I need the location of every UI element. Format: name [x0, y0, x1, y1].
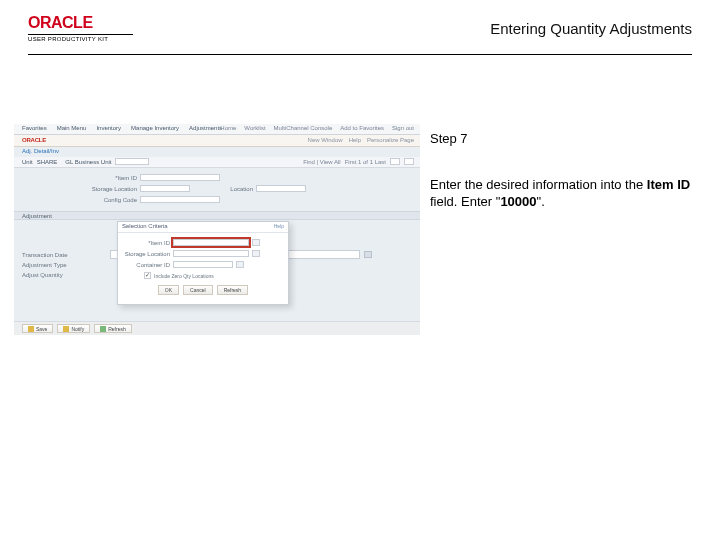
app-topbar: Favorites Main Menu Inventory Manage Inv… — [14, 124, 420, 135]
popup-body: *Item ID Storage Location Container ID I… — [118, 233, 288, 298]
header-divider — [28, 54, 692, 55]
link-mcc[interactable]: MultiChannel Console — [274, 125, 333, 131]
lbl-adj-qty: Adjust Quantity — [22, 272, 67, 278]
popup-container-input[interactable] — [173, 261, 233, 268]
popup-help-link[interactable]: Help — [274, 223, 284, 229]
lookup-icon[interactable] — [364, 251, 372, 258]
save-footer-button[interactable]: Save — [22, 324, 53, 333]
link-help[interactable]: Help — [349, 137, 361, 143]
lbl-storage: Storage Location — [84, 186, 140, 192]
popup-lbl-storage: Storage Location — [124, 251, 170, 257]
popup-storage-input[interactable] — [173, 250, 249, 257]
refresh-icon — [100, 326, 106, 332]
lbl-adj-type: Adjustment Type — [22, 262, 67, 268]
zero-qty-checkbox[interactable] — [144, 272, 151, 279]
tl-unit-val: SHARE — [37, 159, 58, 165]
save-icon — [28, 326, 34, 332]
instr-val: 10000 — [500, 194, 536, 209]
form-area: *Item ID Storage Location Location Confi… — [14, 168, 420, 209]
crumb[interactable]: Main Menu — [57, 125, 87, 131]
popup-container-lookup-icon[interactable] — [236, 261, 244, 268]
brand-logo: ORACLE USER PRODUCTIVITY KIT — [28, 14, 133, 42]
lbl-txn-date: Transaction Date — [22, 252, 67, 258]
popup-item-id-input[interactable] — [173, 239, 249, 246]
cancel-button[interactable]: Cancel — [183, 285, 213, 295]
app-footerbar: Save Notify Refresh — [14, 321, 420, 335]
tl-unit-label: Unit — [22, 159, 33, 165]
adjustment-labels: Transaction Date Adjustment Type Adjust … — [22, 252, 67, 278]
notify-icon — [63, 326, 69, 332]
popup-lbl-item: *Item ID — [124, 240, 170, 246]
logo-main: ORACLE — [28, 14, 133, 32]
breadcrumb-menu: Favorites Main Menu Inventory Manage Inv… — [22, 125, 222, 131]
refresh-footer-button[interactable]: Refresh — [94, 324, 132, 333]
brand-links: New Window Help Personalize Page — [308, 137, 414, 143]
lbl-location: Location — [208, 186, 256, 192]
selection-popup: Selection Criteria Help *Item ID Storage… — [117, 221, 289, 305]
nav-pos: First 1 of 1 Last — [345, 159, 386, 165]
crumb[interactable]: Adjustments — [189, 125, 222, 131]
top-links: Home Worklist MultiChannel Console Add t… — [220, 125, 414, 131]
instr-pre: Enter the desired information into the — [430, 177, 647, 192]
zero-qty-label: Include Zero Qty Locations — [154, 273, 214, 279]
location-input[interactable] — [256, 185, 306, 192]
step-label: Step 7 — [430, 130, 692, 148]
logo-sub: USER PRODUCTIVITY KIT — [28, 36, 133, 42]
save-footer-label: Save — [36, 325, 47, 333]
link-personalize[interactable]: Personalize Page — [367, 137, 414, 143]
ok-button[interactable]: OK — [158, 285, 179, 295]
refresh-footer-label: Refresh — [108, 325, 126, 333]
crumb[interactable]: Inventory — [96, 125, 121, 131]
instruction-pane: Step 7 Enter the desired information int… — [430, 130, 692, 211]
instruction-text: Enter the desired information into the I… — [430, 176, 692, 211]
app-brandbar: ORACLE New Window Help Personalize Page — [14, 135, 420, 147]
crumb[interactable]: Manage Inventory — [131, 125, 179, 131]
notify-footer-label: Notify — [71, 325, 84, 333]
popup-title: Selection Criteria — [122, 223, 168, 229]
toolbar-left: Unit SHARE GL Business Unit — [22, 158, 149, 165]
logo-rule — [28, 34, 133, 35]
page-title: Entering Quantity Adjustments — [490, 20, 692, 37]
section-adjustment: Adjustment — [14, 211, 420, 220]
popup-lbl-container: Container ID — [124, 262, 170, 268]
doc-header: ORACLE USER PRODUCTIVITY KIT Entering Qu… — [0, 12, 720, 56]
add-row-button[interactable] — [390, 158, 400, 165]
instr-mid: field. Enter " — [430, 194, 500, 209]
page-breadcrumb: Adj. Detail/Inv — [14, 147, 420, 157]
crumb[interactable]: Favorites — [22, 125, 47, 131]
link-newwindow[interactable]: New Window — [308, 137, 343, 143]
link-fav[interactable]: Add to Favorites — [340, 125, 384, 131]
item-id-input-bg[interactable] — [140, 174, 220, 181]
instr-field: Item ID — [647, 177, 690, 192]
storage-input[interactable] — [140, 185, 190, 192]
del-row-button[interactable] — [404, 158, 414, 165]
toolbar-right: Find | View All First 1 of 1 Last — [303, 158, 414, 165]
popup-item-lookup-icon[interactable] — [252, 239, 260, 246]
tl-gl-label: GL Business Unit — [65, 159, 111, 165]
lbl-item-id: *Item ID — [84, 175, 140, 181]
link-signout[interactable]: Sign out — [392, 125, 414, 131]
link-worklist[interactable]: Worklist — [244, 125, 265, 131]
popup-title-bar: Selection Criteria Help — [118, 222, 288, 233]
notify-footer-button[interactable]: Notify — [57, 324, 90, 333]
bc-title: Adj. Detail/Inv — [22, 148, 59, 154]
instr-post: ". — [537, 194, 545, 209]
config-input[interactable] — [140, 196, 220, 203]
app-brand: ORACLE — [22, 137, 46, 143]
app-toolbar: Unit SHARE GL Business Unit Find | View … — [14, 157, 420, 168]
popup-storage-lookup-icon[interactable] — [252, 250, 260, 257]
find-viewall[interactable]: Find | View All — [303, 159, 340, 165]
app-screenshot: Favorites Main Menu Inventory Manage Inv… — [14, 124, 420, 335]
gl-unit-input[interactable] — [115, 158, 149, 165]
lbl-config: Config Code — [84, 197, 140, 203]
link-home[interactable]: Home — [220, 125, 236, 131]
refresh-button[interactable]: Refresh — [217, 285, 249, 295]
popup-buttons: OK Cancel Refresh — [124, 285, 282, 295]
